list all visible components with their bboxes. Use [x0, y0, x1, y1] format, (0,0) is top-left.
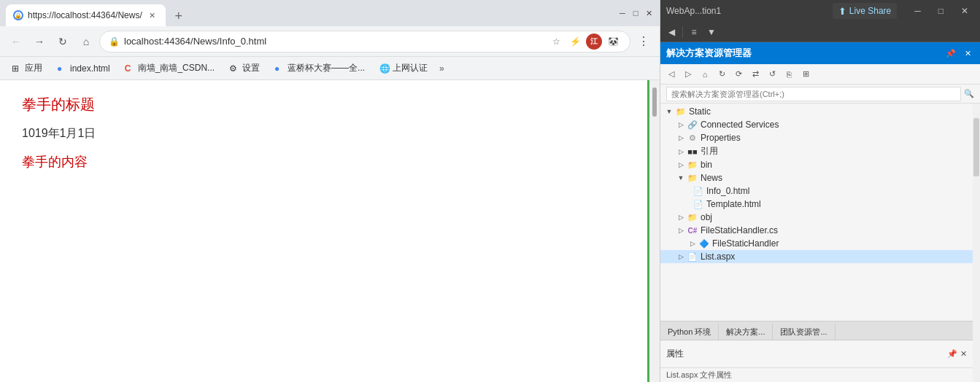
- se-back-button[interactable]: ◁: [663, 66, 679, 82]
- tree-label-references: 引用: [701, 145, 718, 157]
- tree-label-info0: Info_0.html: [706, 186, 749, 196]
- se-scrollbar-thumb[interactable]: [973, 118, 979, 176]
- tree-label-static: Static: [689, 106, 711, 117]
- settings-button[interactable]: ⋮: [633, 31, 654, 52]
- scroll-thumb[interactable]: [652, 87, 657, 117]
- expand-icon[interactable]: ▼: [663, 106, 675, 117]
- bookmark-apps[interactable]: ⊞ 应用: [6, 61, 48, 76]
- se-tab-team-label: 团队资源管...: [780, 327, 827, 338]
- se-copy-button[interactable]: ⎘: [781, 66, 797, 82]
- se-tab-team[interactable]: 团队资源管...: [773, 324, 835, 340]
- browser-toolbar: ← → ↻ ⌂ 🔒 localhost:44364/News/Info_0.ht…: [0, 26, 660, 57]
- se-tab-solution[interactable]: 解决方案...: [719, 324, 773, 340]
- prop-pin-button[interactable]: 📌: [947, 349, 957, 359]
- url-text: localhost:44364/News/Info_0.html: [124, 36, 544, 47]
- se-vertical-scrollbar[interactable]: [973, 104, 980, 382]
- page-content-area: 拳手的标题 1019年1月1日 拳手的内容: [0, 80, 660, 382]
- extension-icon[interactable]: ⚡: [567, 34, 583, 50]
- bookmark-lanqiao[interactable]: ● 蓝桥杯大赛——全...: [269, 61, 371, 76]
- bookmark-settings[interactable]: ⚙ 设置: [223, 61, 266, 76]
- home-button[interactable]: ⌂: [76, 31, 96, 52]
- liveshare-icon: ⬆: [838, 6, 846, 17]
- se-forward-button[interactable]: ▷: [680, 66, 696, 82]
- liveshare-label: Live Share: [849, 6, 891, 16]
- se-paste-button[interactable]: ⊞: [798, 66, 814, 82]
- vs-title: WebAp...tion1: [666, 6, 827, 16]
- tree-item-info0[interactable]: 📄 Info_0.html: [660, 184, 973, 198]
- tree-item-connected-services[interactable]: ▷ 🔗 Connected Services: [660, 118, 973, 131]
- window-controls: ─ □ ✕: [617, 8, 654, 18]
- prop-close-button[interactable]: ✕: [960, 349, 967, 359]
- se-title: 解决方案资源管理器: [666, 47, 943, 60]
- se-refresh1-button[interactable]: ↻: [714, 66, 730, 82]
- scrollbar[interactable]: [649, 80, 660, 382]
- forward-button[interactable]: →: [29, 31, 50, 52]
- expand-icon[interactable]: ▷: [675, 119, 687, 130]
- se-close-button[interactable]: ✕: [962, 47, 974, 60]
- expand-icon[interactable]: ▷: [675, 146, 687, 157]
- bookmarks-more-button[interactable]: »: [436, 62, 447, 75]
- se-refresh2-button[interactable]: ⟳: [730, 66, 746, 82]
- new-tab-button[interactable]: +: [169, 6, 189, 26]
- vs-tb-filter-button[interactable]: ≡: [686, 24, 702, 40]
- se-main: ▼ 📁 Static ▷ 🔗 Connected Services: [660, 104, 980, 382]
- vs-maximize-button[interactable]: □: [933, 4, 949, 17]
- expand-icon[interactable]: ▷: [675, 225, 687, 236]
- close-button[interactable]: ✕: [644, 8, 654, 18]
- se-tab-python[interactable]: Python 环境: [660, 324, 719, 340]
- bookmark-auth[interactable]: 🌐 上网认证: [374, 61, 433, 76]
- se-pin-button[interactable]: 📌: [943, 47, 959, 60]
- se-header: 解决方案资源管理器 📌 ✕: [660, 42, 980, 64]
- address-bar[interactable]: 🔒 localhost:44364/News/Info_0.html ☆ ⚡ 江…: [99, 31, 630, 52]
- properties-controls: 📌 ✕: [947, 349, 967, 359]
- bookmark-index[interactable]: ● index.html: [51, 62, 116, 75]
- tree-label-connected: Connected Services: [701, 120, 779, 130]
- se-tree-container: ▼ 📁 Static ▷ 🔗 Connected Services: [660, 104, 973, 382]
- star-icon[interactable]: ☆: [548, 34, 564, 50]
- expand-icon[interactable]: ▷: [675, 132, 687, 144]
- expand-icon[interactable]: ▷: [675, 159, 687, 171]
- minimize-button[interactable]: ─: [617, 8, 628, 18]
- address-icons: ☆ ⚡ 江 🐼: [548, 34, 621, 50]
- tree-item-static[interactable]: ▼ 📁 Static: [660, 105, 973, 118]
- properties-icon: ⚙: [687, 132, 698, 144]
- bookmark-auth-label: 上网认证: [393, 62, 428, 74]
- tree-label-filestatic-class: FileStaticHandler: [712, 238, 779, 249]
- se-sync-button[interactable]: ⇄: [747, 66, 763, 82]
- browser-tab-active[interactable]: 🔒 https://localhost:44364/News/ ✕: [6, 4, 166, 26]
- tree-item-filestatic-cs[interactable]: ▷ C# FileStaticHandler.cs: [660, 224, 973, 237]
- extension2-icon[interactable]: 🐼: [605, 34, 621, 50]
- tree-item-obj[interactable]: ▷ 📁 obj: [660, 211, 973, 224]
- se-home-button[interactable]: ⌂: [697, 66, 713, 82]
- tree-item-news[interactable]: ▼ 📁 News: [660, 171, 973, 184]
- tree-item-properties[interactable]: ▷ ⚙ Properties: [660, 131, 973, 144]
- liveshare-button[interactable]: ⬆ Live Share: [833, 3, 897, 19]
- vs-close-button[interactable]: ✕: [955, 4, 974, 17]
- expand-icon[interactable]: ▷: [687, 238, 698, 249]
- tree-item-template[interactable]: 📄 Template.html: [660, 198, 973, 211]
- browser-titlebar: 🔒 https://localhost:44364/News/ ✕ + ─ □ …: [0, 0, 660, 26]
- expand-icon[interactable]: ▼: [675, 172, 687, 184]
- profile-icon[interactable]: 江: [586, 34, 602, 50]
- tree-label-news: News: [701, 173, 722, 183]
- tree-item-filestatic-class[interactable]: ▷ 🔷 FileStaticHandler: [660, 237, 973, 250]
- tree-item-references[interactable]: ▷ ■■ 引用: [660, 144, 973, 158]
- vs-minimize-button[interactable]: ─: [908, 4, 927, 17]
- se-refresh3-button[interactable]: ↺: [764, 66, 780, 82]
- expand-icon[interactable]: ▷: [675, 211, 687, 223]
- back-button[interactable]: ←: [6, 31, 26, 52]
- se-search-input[interactable]: [666, 87, 961, 101]
- tree-item-list-aspx[interactable]: ▷ 📄 List.aspx: [660, 250, 973, 263]
- tab-close-button[interactable]: ✕: [147, 9, 158, 21]
- vs-tb-search-button[interactable]: ▼: [703, 24, 719, 40]
- bookmark-index-label: index.html: [70, 63, 110, 74]
- vs-tb-left-button[interactable]: ◀: [663, 24, 679, 40]
- expand-icon[interactable]: ▷: [675, 251, 687, 262]
- expand-spacer: [687, 185, 692, 197]
- lock-icon: 🔒: [109, 36, 120, 47]
- se-header-controls: 📌 ✕: [943, 47, 974, 60]
- reload-button[interactable]: ↻: [53, 31, 73, 52]
- tree-item-bin[interactable]: ▷ 📁 bin: [660, 158, 973, 171]
- maximize-button[interactable]: □: [630, 8, 641, 18]
- bookmark-csdn[interactable]: C 南墙_南墙_CSDN...: [119, 61, 220, 76]
